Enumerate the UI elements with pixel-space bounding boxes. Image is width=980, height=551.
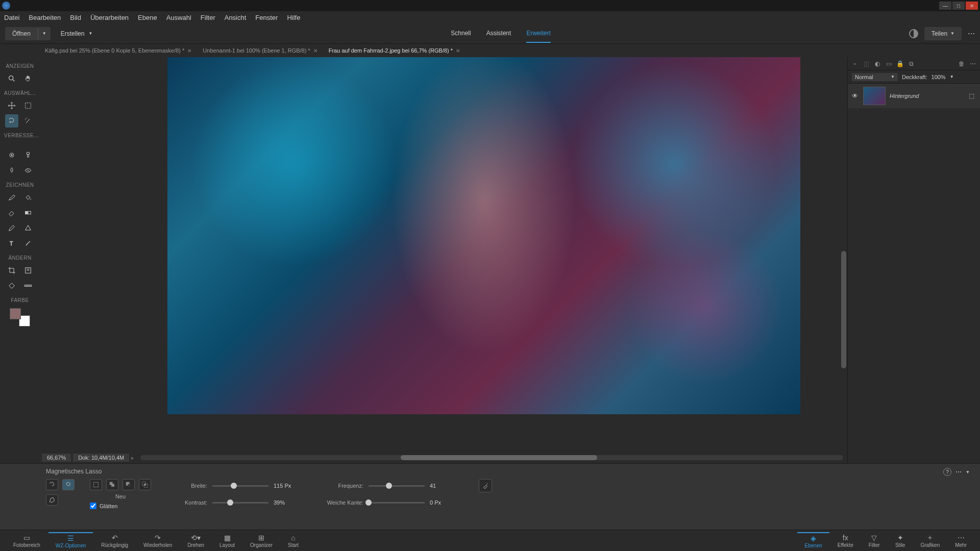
photobin-button[interactable]: ▭Fotobereich <box>6 532 47 549</box>
chevron-down-icon[interactable]: ▼ <box>966 470 970 474</box>
menu-ansicht[interactable]: Ansicht <box>225 14 247 21</box>
canvas-area[interactable]: 66,67% Dok: 10,4M/10,4M ▸ <box>40 57 847 463</box>
sponge-tool[interactable] <box>21 164 35 177</box>
foreground-color-swatch[interactable] <box>10 308 21 319</box>
open-dropdown-button[interactable]: ▼ <box>38 27 51 40</box>
zoom-level[interactable]: 66,67% <box>42 454 71 462</box>
visibility-toggle-icon[interactable]: 👁 <box>852 92 859 99</box>
menu-filter[interactable]: Filter <box>201 14 215 21</box>
theme-toggle-icon[interactable] <box>909 29 918 38</box>
contrast-value[interactable]: 39% <box>274 499 302 506</box>
group-icon[interactable]: ◫ <box>862 60 870 68</box>
doctab-1[interactable]: Unbenannt-1 bei 100% (Ebene 1, RGB/8) *✕ <box>199 45 321 56</box>
menu-auswahl[interactable]: Auswahl <box>166 14 191 21</box>
frequency-slider[interactable] <box>369 485 425 487</box>
redo-button[interactable]: ↷Wiederholen <box>136 532 179 549</box>
opacity-value[interactable]: 100% <box>932 74 946 80</box>
menu-ebene[interactable]: Ebene <box>138 14 157 21</box>
crop-tool[interactable] <box>5 264 18 277</box>
hand-tool[interactable] <box>21 72 35 85</box>
recompose-tool[interactable] <box>21 264 35 277</box>
home-button[interactable]: ⌂Start <box>281 532 306 549</box>
doctab-0[interactable]: Käfig.psd bei 25% (Ebene 0 Kopie 5, Eben… <box>41 45 195 56</box>
magic-wand-tool[interactable] <box>21 114 35 128</box>
chevron-down-icon[interactable]: ▼ <box>950 74 954 79</box>
menu-hilfe[interactable]: Hilfe <box>287 14 300 21</box>
close-tab-icon[interactable]: ✕ <box>456 48 460 54</box>
menu-bearbeiten[interactable]: Bearbeiten <box>29 14 61 21</box>
layer-thumbnail[interactable] <box>863 87 886 105</box>
close-button[interactable]: ✕ <box>966 2 978 10</box>
selection-intersect[interactable] <box>139 479 151 490</box>
selection-subtract[interactable] <box>122 479 135 490</box>
smudge-tool[interactable] <box>5 164 18 177</box>
move-tool[interactable] <box>5 99 18 112</box>
organizer-button[interactable]: ⊞Organizer <box>243 532 280 549</box>
filters-tab-button[interactable]: ▽Filter <box>862 532 887 549</box>
options-menu-icon[interactable]: ⋯ <box>955 468 962 475</box>
lasso-tool[interactable] <box>5 114 18 128</box>
menu-ueberarbeiten[interactable]: Überarbeiten <box>90 14 129 21</box>
frequency-value[interactable]: 41 <box>430 483 458 489</box>
mask-icon[interactable]: ▭ <box>885 60 893 68</box>
selection-new[interactable] <box>90 479 102 490</box>
more-icon[interactable]: ⋯ <box>968 30 975 38</box>
minimize-button[interactable]: — <box>939 2 951 10</box>
lasso-variant-magnetic[interactable] <box>62 479 75 490</box>
close-tab-icon[interactable]: ✕ <box>313 48 317 54</box>
clone-tool[interactable] <box>21 237 35 250</box>
pen-pressure-button[interactable] <box>479 479 492 492</box>
menu-bild[interactable]: Bild <box>70 14 81 21</box>
text-tool[interactable]: T <box>5 237 18 250</box>
antialias-checkbox[interactable] <box>90 503 96 509</box>
rotate-button[interactable]: ⟲▾Drehen <box>180 532 211 549</box>
vertical-scrollbar[interactable] <box>841 251 846 368</box>
zoom-tool[interactable] <box>5 72 18 85</box>
mode-tab-erweitert[interactable]: Erweitert <box>526 24 550 43</box>
width-slider[interactable] <box>212 485 268 487</box>
styles-tab-button[interactable]: ✦Stile <box>888 532 912 549</box>
graphics-tab-button[interactable]: ＋Grafiken <box>913 532 947 549</box>
layout-button[interactable]: ▦Layout <box>212 532 242 549</box>
mode-tab-assistent[interactable]: Assistent <box>486 24 511 43</box>
doctab-2[interactable]: Frau auf dem Fahrrad-2.jpeg bei 66,7% (R… <box>325 45 464 56</box>
menu-datei[interactable]: Datei <box>4 14 19 21</box>
spot-heal-tool[interactable] <box>21 148 35 162</box>
redeye-tool[interactable] <box>5 148 18 162</box>
gradient-tool[interactable] <box>21 206 35 219</box>
blend-mode-select[interactable]: Normal▼ <box>852 73 898 81</box>
layer-lock-icon[interactable]: ⬚ <box>969 92 976 99</box>
layer-name[interactable]: Hintergrund <box>890 93 965 99</box>
adjustment-icon[interactable]: ◐ <box>873 60 881 68</box>
new-layer-icon[interactable]: ▫ <box>851 60 859 68</box>
eraser-tool[interactable] <box>5 206 18 219</box>
layers-tab-button[interactable]: ◈Ebenen <box>797 532 829 549</box>
tool-options-button[interactable]: ☰WZ-Optionen <box>48 532 93 549</box>
undo-button[interactable]: ↶Rückgängig <box>94 532 135 549</box>
feather-slider[interactable] <box>369 502 425 504</box>
open-button[interactable]: Öffnen <box>5 27 38 40</box>
close-tab-icon[interactable]: ✕ <box>187 48 191 54</box>
width-value[interactable]: 115 Px <box>274 483 302 489</box>
link-icon[interactable]: ⧉ <box>907 60 915 68</box>
color-swatches[interactable] <box>10 308 30 327</box>
trash-icon[interactable]: 🗑 <box>958 60 966 68</box>
panel-menu-icon[interactable]: ⋯ <box>969 60 977 68</box>
create-button[interactable]: Erstellen▼ <box>61 30 93 37</box>
horizontal-scrollbar[interactable] <box>140 455 843 460</box>
contrast-slider[interactable] <box>212 502 268 504</box>
layer-row[interactable]: 👁 Hintergrund ⬚ <box>848 84 980 108</box>
selection-add[interactable] <box>106 479 118 490</box>
marquee-tool[interactable] <box>21 99 35 112</box>
bucket-tool[interactable] <box>21 191 35 204</box>
mode-tab-schnell[interactable]: Schnell <box>451 24 471 43</box>
more-tab-button[interactable]: ⋯Mehr <box>948 532 974 549</box>
effects-tab-button[interactable]: fxEffekte <box>830 532 861 549</box>
maximize-button[interactable]: □ <box>952 2 965 10</box>
lock-icon[interactable]: 🔒 <box>896 60 904 68</box>
straighten-tool[interactable] <box>21 279 35 292</box>
feather-value[interactable]: 0 Px <box>430 499 458 506</box>
help-icon[interactable]: ? <box>943 468 951 476</box>
menu-fenster[interactable]: Fenster <box>255 14 278 21</box>
pencil-tool[interactable] <box>5 221 18 235</box>
